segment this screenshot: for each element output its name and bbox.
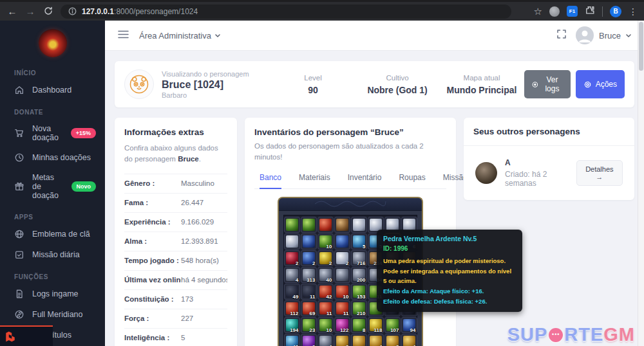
bank-slot[interactable]: 2 <box>301 250 317 266</box>
extension-globe-icon[interactable] <box>549 6 560 17</box>
bank-slot[interactable]: 8 <box>384 334 401 346</box>
bank-slot[interactable]: 5 <box>351 233 367 250</box>
bookmark-star-icon[interactable]: ☆ <box>534 6 542 17</box>
address-bar[interactable]: 127.0.0.1:8000/personagem/1024 <box>61 5 511 19</box>
other-characters-card: Seus outros personagens A Criado: há 2 s… <box>464 118 634 200</box>
browser-menu-icon[interactable]: ⋮ <box>629 6 638 17</box>
bank-slot[interactable]: 49 <box>284 284 300 300</box>
bank-slot[interactable]: 94 <box>401 317 417 333</box>
tab-roupas[interactable]: Roupas <box>399 173 425 189</box>
user-menu[interactable]: Bruce <box>576 26 631 44</box>
bank-slot[interactable]: 11 <box>301 284 317 300</box>
detalhes-button[interactable]: Detalhes → <box>576 160 623 186</box>
extension-badge-icon[interactable]: F1 <box>567 6 578 17</box>
suportegm-watermark: SUP ••• RTE GM <box>507 324 635 345</box>
laravel-debugbar[interactable] <box>0 325 53 346</box>
bank-slot[interactable]: 3 <box>334 334 350 346</box>
table-row: Força :227 <box>124 309 227 328</box>
bank-slot[interactable] <box>334 233 350 250</box>
bank-slot[interactable] <box>317 217 334 233</box>
browser-profile-avatar[interactable]: B <box>610 6 621 17</box>
bank-slot[interactable]: 10 <box>334 284 350 300</box>
bank-slot[interactable]: 194 <box>284 317 300 333</box>
sidebar-section-donate: DONATE <box>0 100 105 119</box>
scrollbar-thumb[interactable] <box>639 22 643 71</box>
bank-slot[interactable] <box>334 217 350 233</box>
sidebar-item-metas-doacao[interactable]: Metas de doação Novo <box>0 168 105 205</box>
bank-slot[interactable]: 107 <box>384 317 401 333</box>
sidebar-item-label: Missão diária <box>32 250 80 259</box>
toolbar-divider <box>602 6 603 17</box>
sidebar-item-emblema-cla[interactable]: Emblema de clã <box>0 224 105 244</box>
barbarian-class-icon <box>128 73 151 96</box>
fullscreen-icon[interactable] <box>556 29 567 42</box>
bank-slot[interactable]: 313 <box>301 267 317 283</box>
bank-slot[interactable] <box>301 233 317 250</box>
bank-slot[interactable]: 40 <box>284 334 300 346</box>
bank-slot[interactable]: 4 <box>401 334 417 346</box>
bank-slot[interactable]: 122 <box>334 317 350 333</box>
bank-slot[interactable]: 153 <box>351 284 367 300</box>
acoes-button[interactable]: Ações <box>576 70 625 98</box>
browser-back-icon[interactable]: ← <box>6 6 18 16</box>
menu-toggle-icon[interactable] <box>118 30 129 41</box>
sidebar-item-label: Logs ingame <box>32 289 79 298</box>
inventory-subtitle: Os dados do personagem são atualizados a… <box>254 141 446 163</box>
sidebar-section-apps: APPS <box>0 205 105 224</box>
bank-slot[interactable] <box>284 217 300 233</box>
tooltip-item-name: Pedra Vermelha Ardente Nv.5 <box>383 235 516 242</box>
bank-slot[interactable]: 4 <box>368 334 384 346</box>
yin-yang-icon <box>14 309 24 320</box>
bank-slot[interactable]: 2 <box>301 334 317 346</box>
bank-slot[interactable] <box>351 217 367 233</box>
bank-slot[interactable]: 4 <box>284 267 300 283</box>
bank-slot[interactable]: 10 <box>317 317 334 333</box>
bank-slot[interactable]: 8 <box>351 317 367 333</box>
bank-slot[interactable]: 40 <box>317 267 334 283</box>
browser-forward-icon[interactable]: → <box>24 6 36 16</box>
chevron-down-icon <box>626 34 631 37</box>
tab-inventario[interactable]: Inventário <box>348 173 382 189</box>
tooltip-desc: Uma pedra espiritual de poder misterioso… <box>383 256 516 266</box>
bank-slot[interactable]: 42 <box>317 284 334 300</box>
bank-slot[interactable]: 200 <box>351 267 367 283</box>
bank-slot[interactable] <box>351 334 367 346</box>
extra-info-card: Informações extras Confira abaixo alguns… <box>115 118 237 346</box>
bank-slot[interactable] <box>284 233 300 250</box>
bank-slot[interactable] <box>334 267 350 283</box>
tab-banco[interactable]: Banco <box>260 173 281 189</box>
extensions-puzzle-icon[interactable] <box>585 5 595 18</box>
sidebar-item-minhas-doacoes[interactable]: Minhas doações <box>0 147 105 168</box>
bank-slot[interactable]: 2 <box>284 250 300 266</box>
page-scrollbar[interactable] <box>638 21 644 346</box>
bank-slot[interactable] <box>301 217 317 233</box>
bank-slot[interactable]: 4 <box>317 334 334 346</box>
bank-slot[interactable]: 210 <box>351 300 367 316</box>
bank-slot[interactable]: 2 <box>334 250 350 266</box>
sidebar-item-dashboard[interactable]: Dashboard <box>0 80 105 100</box>
sidebar-item-logs-ingame[interactable]: Logs ingame <box>0 284 105 304</box>
browser-reload-icon[interactable] <box>43 6 54 17</box>
site-info-icon[interactable] <box>68 7 77 15</box>
bank-slot[interactable]: 11 <box>334 300 350 316</box>
sidebar-item-missao-diaria[interactable]: Missão diária <box>0 244 105 265</box>
character-avatar <box>475 162 497 184</box>
bank-slot[interactable]: 23 <box>301 317 317 333</box>
inventory-tabs: Banco Materiais Inventário Roupas Missão <box>254 173 446 189</box>
bank-slot[interactable]: 11 <box>317 300 334 316</box>
character-header-card: Visualizando o personagem Bruce [1024] B… <box>115 61 634 107</box>
sidebar-item-nova-doacao[interactable]: Nova doação +15% <box>0 119 105 147</box>
sidebar-item-label: Dashboard <box>32 86 71 95</box>
admin-area-dropdown[interactable]: Área Administrativa <box>139 31 220 41</box>
bank-slot[interactable]: 716 <box>351 250 367 266</box>
bank-slot[interactable]: 10 <box>317 233 334 250</box>
chat-bubble-icon: ••• <box>549 328 563 342</box>
bank-slot[interactable]: 118 <box>368 317 384 333</box>
bank-slot[interactable]: 2 <box>317 250 334 266</box>
bank-slot[interactable]: 112 <box>284 300 300 316</box>
tab-materiais[interactable]: Materiais <box>299 173 330 189</box>
ver-logs-button[interactable]: Ver logs <box>524 70 571 98</box>
sidebar-item-full-meridiano[interactable]: Full Meridiano <box>0 304 105 325</box>
other-character-name: A <box>505 158 569 167</box>
bank-slot[interactable]: 69 <box>301 300 317 316</box>
